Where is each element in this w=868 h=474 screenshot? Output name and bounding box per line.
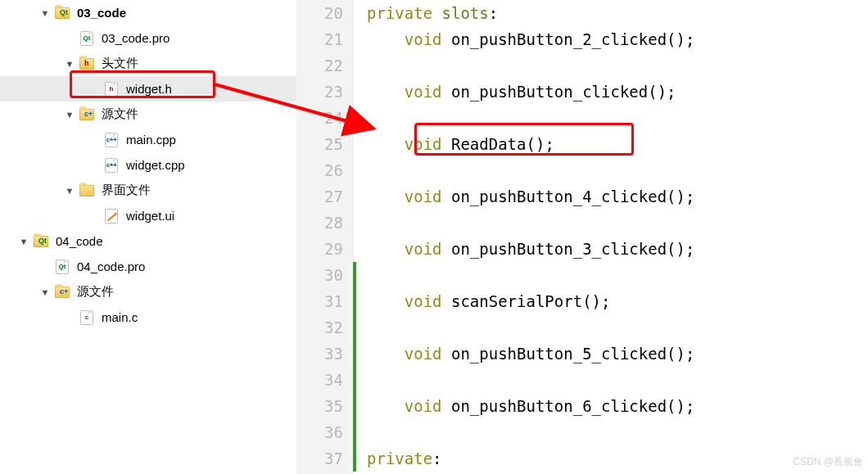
tree-item-6[interactable]: c++widget.cpp: [0, 152, 296, 178]
code-line[interactable]: void on_pushButton_5_clicked();: [367, 341, 868, 367]
file-cpp-icon: c++: [103, 157, 120, 174]
code-line[interactable]: void on_pushButton_6_clicked();: [367, 393, 868, 419]
tree-item-label: 03_code: [77, 6, 126, 20]
line-number: 24: [296, 105, 343, 131]
file-cpp-icon: c++: [103, 132, 120, 148]
line-number-gutter: 202122232425262728293031323334353637: [296, 0, 354, 474]
tree-item-label: main.cpp: [126, 133, 176, 147]
change-marker: [353, 262, 356, 472]
code-line[interactable]: void on_pushButton_4_clicked();: [367, 183, 868, 210]
tree-item-label: 04_code: [56, 234, 103, 248]
folder-qt-icon: Qt: [54, 5, 70, 21]
line-number: 27: [296, 183, 343, 210]
code-line[interactable]: void ReadData();: [367, 131, 868, 157]
line-number: 36: [296, 419, 343, 445]
expand-arrow-icon[interactable]: ▼: [64, 110, 75, 120]
code-line[interactable]: [367, 262, 868, 288]
folder-cpp-icon: c+: [79, 106, 95, 123]
expand-arrow-icon[interactable]: ▼: [64, 186, 75, 196]
line-number: 20: [296, 0, 343, 26]
expand-arrow-icon[interactable]: ▼: [64, 59, 75, 69]
line-number: 34: [296, 367, 343, 393]
code-area[interactable]: private slots: void on_pushButton_2_clic…: [354, 0, 868, 474]
line-number: 21: [296, 26, 343, 52]
code-line[interactable]: [367, 210, 868, 236]
tree-item-7[interactable]: ▼界面文件: [0, 178, 296, 203]
expand-arrow-icon[interactable]: ▼: [39, 287, 51, 297]
folder-qt-icon: Qt: [33, 233, 49, 250]
code-line[interactable]: void on_pushButton_clicked();: [367, 79, 868, 105]
code-line[interactable]: [367, 367, 868, 393]
tree-item-9[interactable]: ▼Qt04_code: [0, 228, 296, 254]
code-line[interactable]: [367, 52, 868, 79]
expand-arrow-icon[interactable]: ▼: [39, 8, 51, 18]
tree-item-label: widget.h: [126, 82, 172, 96]
tree-item-5[interactable]: c++main.cpp: [0, 127, 296, 152]
code-line[interactable]: [367, 419, 868, 445]
file-qt-icon: Qt: [54, 259, 70, 275]
tree-item-label: 03_code.pro: [102, 31, 170, 45]
line-number: 26: [296, 157, 343, 183]
folder-h-icon: h: [79, 56, 95, 72]
line-number: 30: [296, 262, 343, 288]
tree-item-3[interactable]: hwidget.h: [0, 76, 296, 102]
code-line[interactable]: void on_pushButton_2_clicked();: [367, 26, 868, 52]
tree-item-10[interactable]: Qt04_code.pro: [0, 254, 296, 279]
tree-item-4[interactable]: ▼c+源文件: [0, 102, 296, 127]
tree-item-label: main.c: [102, 310, 138, 324]
file-h-icon: h: [103, 81, 120, 97]
tree-item-8[interactable]: widget.ui: [0, 203, 296, 228]
line-number: 29: [296, 236, 343, 262]
code-editor[interactable]: 202122232425262728293031323334353637 pri…: [296, 0, 868, 474]
tree-item-12[interactable]: cmain.c: [0, 305, 296, 330]
code-line[interactable]: [367, 105, 868, 131]
line-number: 35: [296, 393, 343, 419]
folder-ui-icon: [79, 183, 95, 199]
line-number: 28: [296, 210, 343, 236]
line-number: 37: [296, 445, 343, 472]
line-number: 22: [296, 52, 343, 79]
tree-item-label: 04_code.pro: [77, 260, 145, 273]
code-line[interactable]: [367, 157, 868, 183]
code-line[interactable]: void on_pushButton_3_clicked();: [367, 236, 868, 262]
tree-item-label: widget.cpp: [126, 158, 185, 172]
tree-item-0[interactable]: ▼Qt03_code: [0, 0, 296, 25]
tree-item-label: 头文件: [102, 56, 138, 71]
tree-item-label: 源文件: [102, 106, 138, 122]
line-number: 25: [296, 131, 343, 157]
tree-item-label: widget.ui: [126, 209, 174, 223]
code-line[interactable]: private:: [367, 445, 868, 472]
code-line[interactable]: void scanSerialPort();: [367, 288, 868, 314]
line-number: 32: [296, 314, 343, 341]
tree-item-11[interactable]: ▼c+源文件: [0, 279, 296, 305]
project-tree[interactable]: ▼Qt03_codeQt03_code.pro▼h头文件hwidget.h▼c+…: [0, 0, 296, 474]
file-c-icon: c: [79, 309, 95, 326]
line-number: 33: [296, 341, 343, 367]
code-line[interactable]: [367, 314, 868, 341]
expand-arrow-icon[interactable]: ▼: [18, 237, 29, 246]
line-number: 23: [296, 79, 343, 105]
line-number: 31: [296, 288, 343, 314]
file-qt-icon: Qt: [79, 30, 95, 47]
tree-item-2[interactable]: ▼h头文件: [0, 51, 296, 76]
file-ui-icon: [103, 208, 120, 224]
code-line[interactable]: private slots:: [367, 0, 868, 26]
folder-cpp-icon: c+: [54, 284, 70, 300]
tree-item-label: 源文件: [77, 284, 114, 300]
tree-item-1[interactable]: Qt03_code.pro: [0, 25, 296, 51]
tree-item-label: 界面文件: [102, 183, 151, 198]
